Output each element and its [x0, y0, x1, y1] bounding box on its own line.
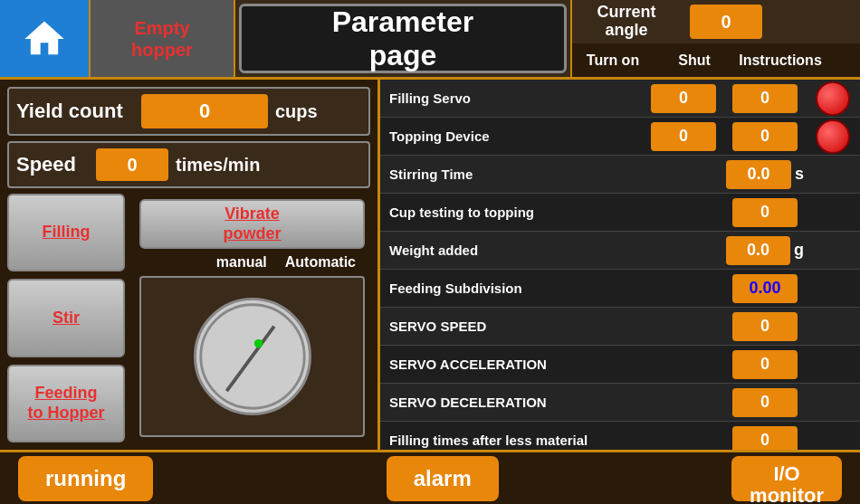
home-button[interactable]: [0, 0, 91, 77]
yield-input[interactable]: [141, 94, 268, 128]
param-shut-cell: 0.00: [724, 272, 806, 305]
param-turnon-cell: [643, 287, 724, 290]
angle-value-box[interactable]: 0: [690, 5, 762, 39]
param-instructions-cell: [806, 363, 860, 366]
param-shut-cell: 0.0s: [724, 158, 806, 191]
angle-top: Current angle 0: [572, 0, 860, 43]
param-shut-cell: 0: [724, 82, 806, 115]
param-shut-cell: 0: [724, 120, 806, 153]
shut-value-box[interactable]: 0.0: [726, 160, 791, 189]
param-page-title: Parameter page: [239, 4, 567, 73]
param-name: Stirring Time: [380, 163, 643, 185]
param-row: SERVO SPEED0: [380, 308, 860, 346]
param-instructions-cell: [806, 80, 860, 118]
turnon-value-box[interactable]: 0: [651, 84, 716, 113]
indicator-light: [816, 81, 850, 116]
param-instructions-cell: [806, 249, 860, 252]
shut-header: Shut: [654, 43, 735, 77]
top-bar: Empty hopper Parameter page Current angl…: [0, 0, 860, 80]
vibrate-powder-button[interactable]: Vibratepowder: [139, 199, 365, 249]
main-area: Yield count cups Speed times/min Filling…: [0, 80, 860, 450]
stir-button[interactable]: Stir: [7, 279, 125, 357]
empty-hopper-label: Empty hopper: [131, 17, 193, 61]
home-icon: [21, 15, 68, 62]
param-instructions-cell: [806, 287, 860, 290]
speed-label: Speed: [16, 153, 89, 176]
shut-value-box[interactable]: 0: [732, 122, 798, 151]
param-name: SERVO ACCELERATION: [380, 353, 643, 376]
manual-auto-row: manual Automatic: [139, 254, 365, 271]
param-row: SERVO ACCELERATION0: [380, 346, 860, 384]
param-instructions-cell: [806, 325, 860, 328]
param-shut-cell: 0.0g: [724, 234, 806, 267]
shut-value-box[interactable]: 0: [732, 388, 798, 417]
param-title-text: Parameter page: [332, 5, 474, 72]
shut-value-box[interactable]: 0: [732, 198, 798, 227]
param-turnon-cell: [643, 173, 724, 176]
svg-point-2: [253, 339, 263, 348]
shut-value-box[interactable]: 0: [732, 426, 798, 451]
param-shut-cell: 0: [724, 310, 806, 343]
param-turnon-cell: [643, 401, 724, 404]
instructions-header: Instructions: [735, 43, 826, 77]
param-row: Filling Servo00: [380, 80, 860, 118]
bottom-bar: running alarm I/O monitor: [0, 450, 860, 504]
param-instructions-cell: [806, 439, 860, 442]
param-turnon-cell: [643, 363, 724, 366]
param-row: Filling times after less material0: [380, 422, 860, 450]
manual-label: manual: [216, 254, 267, 271]
times-label: times/min: [176, 155, 260, 176]
automatic-label: Automatic: [285, 254, 356, 271]
param-name: Feeding Subdivision: [380, 277, 643, 300]
shut-value-box[interactable]: 0: [732, 350, 798, 379]
param-shut-cell: 0: [724, 196, 806, 229]
buttons-row: Filling Stir Feedingto Hopper Vibratepow…: [7, 194, 370, 442]
running-button[interactable]: running: [18, 456, 153, 501]
yield-row: Yield count cups: [7, 87, 370, 136]
param-name: Weight added: [380, 239, 643, 262]
empty-hopper-button[interactable]: Empty hopper: [91, 0, 235, 77]
param-shut-cell: 0: [724, 386, 806, 419]
filling-button[interactable]: Filling: [7, 194, 125, 271]
dial[interactable]: [194, 298, 311, 415]
feeding-hopper-button[interactable]: Feedingto Hopper: [7, 365, 125, 442]
right-area: Vibratepowder manual Automatic: [134, 194, 370, 442]
param-row: Cup testing to topping0: [380, 194, 860, 232]
turnon-header: Turn on: [572, 43, 654, 77]
indicator-light: [816, 119, 850, 154]
param-turnon-cell: [643, 211, 724, 214]
param-turnon-cell: 0: [643, 82, 724, 115]
speed-input[interactable]: [96, 148, 168, 181]
dial-svg: [196, 298, 309, 415]
param-row: Stirring Time0.0s: [380, 156, 860, 194]
param-shut-cell: 0: [724, 424, 806, 451]
angle-value: 0: [721, 12, 731, 33]
param-name: Topping Device: [380, 125, 643, 147]
angle-label: Current angle: [572, 4, 681, 40]
angle-headers: Turn on Shut Instructions: [572, 43, 860, 77]
param-shut-cell: 0: [724, 348, 806, 381]
cups-label: cups: [275, 101, 318, 122]
param-name: Cup testing to topping: [380, 201, 643, 223]
turnon-value-box[interactable]: 0: [651, 122, 716, 151]
speed-row: Speed times/min: [7, 141, 370, 188]
io-monitor-button[interactable]: I/O monitor: [731, 456, 842, 501]
param-turnon-cell: 0: [643, 120, 724, 153]
alarm-button[interactable]: alarm: [387, 456, 499, 501]
param-instructions-cell: [806, 118, 860, 156]
param-table: Filling Servo00Topping Device00Stirring …: [380, 80, 860, 450]
param-row: SERVO DECELERATION0: [380, 384, 860, 422]
param-instructions-cell: [806, 173, 860, 176]
left-panel: Yield count cups Speed times/min Filling…: [0, 80, 380, 450]
param-turnon-cell: [643, 249, 724, 252]
param-row: Topping Device00: [380, 118, 860, 156]
shut-value-box[interactable]: 0: [732, 84, 798, 113]
shut-value-box[interactable]: 0.0: [726, 236, 790, 265]
angle-section: Current angle 0 Turn on Shut Instruction…: [570, 0, 860, 77]
param-name: Filling times after less material: [380, 429, 643, 450]
shut-value-box[interactable]: 0.00: [732, 274, 798, 303]
shut-value-box[interactable]: 0: [732, 312, 798, 341]
param-name: Filling Servo: [380, 87, 643, 109]
param-instructions-cell: [806, 211, 860, 214]
param-turnon-cell: [643, 439, 724, 442]
